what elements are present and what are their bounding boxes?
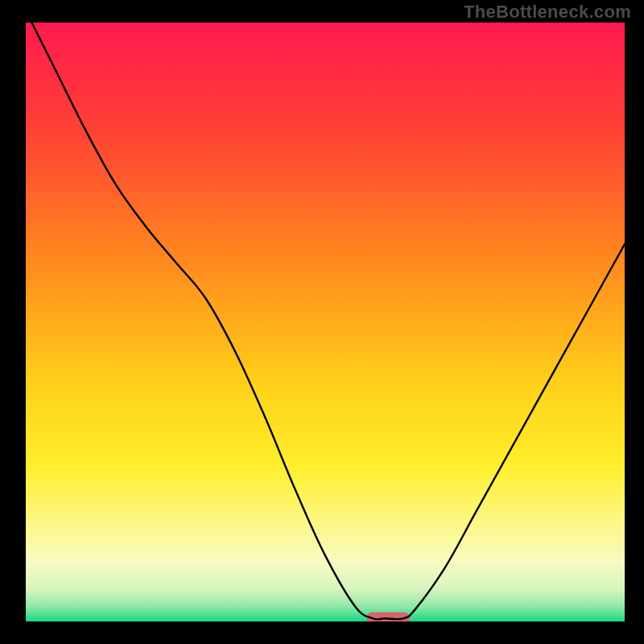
chart-background: [26, 23, 625, 621]
bottleneck-chart: [26, 23, 625, 621]
watermark-text: TheBottleneck.com: [464, 2, 631, 23]
chart-frame: { "watermark": { "text": "TheBottleneck.…: [0, 0, 644, 644]
optimum-marker: [366, 612, 410, 621]
